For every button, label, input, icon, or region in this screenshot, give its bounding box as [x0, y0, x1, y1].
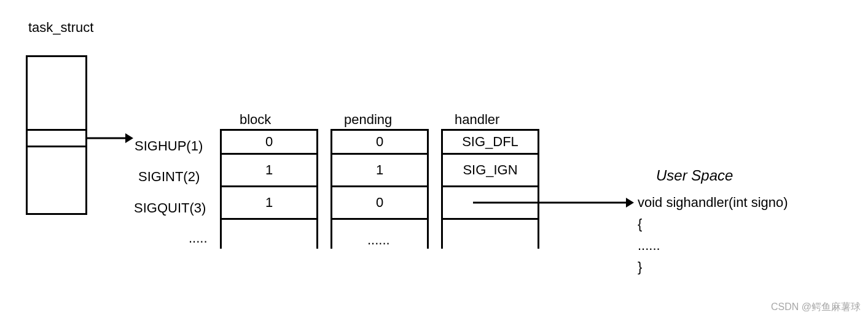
arrow-handler-to-func: [473, 195, 634, 210]
title-text: task_struct: [28, 20, 93, 36]
sighandler-line2: {: [638, 216, 642, 232]
user-space-title: User Space: [656, 167, 733, 184]
handler-col-open: [441, 218, 539, 249]
watermark-text: CSDN @鳄鱼麻薯球: [771, 301, 861, 314]
signal-label-3: SIGQUIT(3): [134, 200, 206, 216]
block-cell-2: 1: [220, 185, 318, 220]
handler-cell-1: SIG_IGN: [441, 153, 539, 187]
pending-cell-2: 0: [330, 185, 429, 220]
pending-cell-1: 1: [330, 153, 429, 187]
signal-label-1: SIGHUP(1): [135, 138, 203, 154]
arrow-task-to-table: [87, 131, 133, 146]
sighandler-line3: ......: [638, 238, 660, 254]
block-cell-1: 1: [220, 153, 318, 187]
block-cell-0: 0: [220, 129, 318, 155]
sighandler-line1: void sighandler(int signo): [638, 195, 788, 211]
task-struct-middle-cell: [26, 129, 87, 147]
handler-cell-0: SIG_DFL: [441, 129, 539, 155]
block-header: block: [240, 112, 271, 128]
signal-label-2: SIGINT(2): [138, 169, 200, 185]
block-col-open: [220, 218, 318, 249]
pending-header: pending: [344, 112, 392, 128]
svg-marker-1: [125, 133, 133, 143]
signal-label-ellipsis: .....: [189, 230, 208, 246]
pending-cell-0: 0: [330, 129, 429, 155]
handler-header: handler: [455, 112, 499, 128]
svg-marker-3: [626, 198, 634, 208]
pending-ellipsis: ......: [367, 232, 390, 248]
sighandler-line4: }: [638, 259, 642, 275]
